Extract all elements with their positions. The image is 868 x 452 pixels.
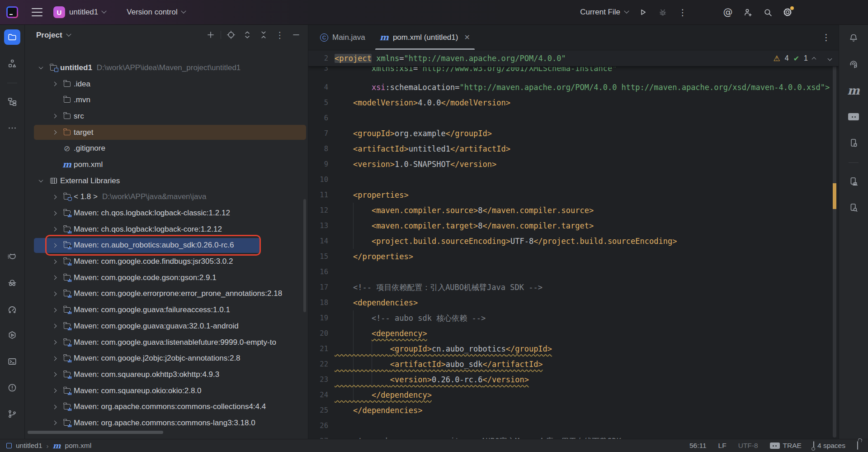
expand-all-icon[interactable]	[241, 29, 254, 41]
code-line[interactable]: 11 <properties>	[308, 187, 839, 203]
tree-item[interactable]: Maven: com.squareup.okhttp3:okhttp:4.9.3	[25, 366, 308, 383]
chevron-right-icon[interactable]	[48, 114, 60, 118]
code-line[interactable]: 26	[308, 418, 839, 433]
tree-item[interactable]: Maven: com.squareup.okio:okio:2.8.0	[25, 383, 308, 399]
tree-item[interactable]: Maven: com.google.guava:failureaccess:1.…	[25, 302, 308, 318]
tree-item[interactable]: .idea	[25, 76, 308, 92]
chevron-down-icon[interactable]	[35, 66, 47, 69]
debug-icon[interactable]	[653, 4, 673, 21]
chevron-right-icon[interactable]	[48, 309, 60, 312]
chevron-right-icon[interactable]	[48, 292, 60, 295]
tree-item[interactable]: Maven: com.google.guava:guava:32.0.1-and…	[25, 318, 308, 334]
tree-item[interactable]: Maven: org.apache.commons:commons-lang3:…	[25, 415, 308, 431]
editor-scrollbar[interactable]	[833, 51, 836, 438]
tree-item[interactable]: Maven: com.google.code.gson:gson:2.9.1	[25, 270, 308, 286]
notifications-bell-icon[interactable]	[845, 30, 862, 46]
project-folder-icon[interactable]	[4, 29, 20, 45]
status-caret-position[interactable]: 56:11	[689, 442, 707, 450]
problems-icon[interactable]	[4, 380, 20, 395]
chevron-right-icon[interactable]	[48, 195, 60, 199]
breadcrumb-project[interactable]: untitled1	[16, 442, 42, 450]
ai-assistant-icon[interactable]: @	[718, 4, 738, 21]
code-line[interactable]: 12 <maven.compiler.source>8</maven.compi…	[308, 203, 839, 218]
more-vertical-icon[interactable]: ⋮	[274, 29, 286, 41]
ai-cat-icon[interactable]	[4, 249, 20, 264]
structure-icon[interactable]	[4, 94, 20, 109]
code-line[interactable]: 9 <version>1.0-SNAPSHOT</version>	[308, 157, 839, 172]
status-encoding[interactable]: UTF-8	[738, 442, 758, 450]
status-lock[interactable]	[857, 442, 858, 450]
profiler-icon[interactable]	[4, 301, 20, 317]
chevron-right-icon[interactable]	[48, 405, 60, 409]
run-button[interactable]	[633, 4, 653, 21]
tree-item[interactable]: < 1.8 >D:\work\APP\java&maven\java	[25, 189, 308, 205]
vcs-widget[interactable]: Version control	[122, 5, 189, 19]
tree-item[interactable]: .mvn	[25, 92, 308, 108]
tree-item[interactable]: Maven: cn.aubo_robotics:aubo_sdk:0.26.0-…	[25, 238, 308, 254]
status-line-ending[interactable]: LF	[718, 442, 726, 450]
tree-item[interactable]: target	[25, 124, 308, 141]
tree-item[interactable]: Maven: com.google.code.findbugs:jsr305:3…	[25, 253, 308, 270]
editor-options-icon[interactable]: ⋮	[822, 32, 830, 43]
code-line[interactable]: 15 </properties>	[308, 249, 839, 264]
tree-item[interactable]: ⊘.gitignore	[25, 140, 308, 157]
close-tab-icon[interactable]: ✕	[464, 33, 470, 42]
next-problem-icon[interactable]	[828, 56, 832, 61]
device-run-icon[interactable]	[845, 174, 862, 189]
tree-item[interactable]: untitled1D:\work\APP\idea\Maven_project\…	[25, 60, 308, 76]
minimize-button[interactable]	[806, 0, 826, 25]
project-panel-title[interactable]: Project	[36, 31, 62, 40]
chevron-right-icon[interactable]	[48, 276, 60, 279]
maven-icon[interactable]: m	[845, 83, 862, 98]
code-content[interactable]: 4 xsi:schemaLocation="http://maven.apach…	[308, 80, 839, 439]
chevron-right-icon[interactable]	[48, 131, 60, 134]
code-line[interactable]: 27 <!-- aubo nexus repository：AUBO官方Mave…	[308, 433, 839, 439]
chevron-right-icon[interactable]	[48, 212, 60, 215]
more-actions-icon[interactable]: ⋮	[673, 4, 693, 21]
code-line[interactable]: 4 xsi:schemaLocation="http://maven.apach…	[308, 80, 839, 95]
trae-icon[interactable]	[845, 109, 862, 124]
add-icon[interactable]	[204, 29, 217, 41]
chevron-right-icon[interactable]	[48, 82, 60, 86]
tree-vertical-scrollbar[interactable]	[303, 199, 306, 312]
ai-chat-icon[interactable]	[845, 57, 862, 72]
tree-item[interactable]: External Libraries	[25, 173, 308, 189]
code-line[interactable]: 7 <groupId>org.example</groupId>	[308, 126, 839, 141]
code-line[interactable]: 22 <artifactId>aubo_sdk</artifactId>	[308, 357, 839, 372]
code-line[interactable]: 21 <groupId>cn.aubo_robotics</groupId>	[308, 341, 839, 357]
tree-item[interactable]: Maven: com.google.guava:listenablefuture…	[25, 334, 308, 351]
project-widget[interactable]: U untitled1	[49, 4, 110, 20]
restore-button[interactable]	[826, 0, 847, 25]
code-line[interactable]: 20 <dependency>	[308, 326, 839, 341]
chevron-right-icon[interactable]	[48, 421, 60, 424]
prev-problem-icon[interactable]	[812, 57, 816, 61]
code-line[interactable]: 23 <version>0.26.0-rc.6</version>	[308, 372, 839, 387]
tree-item[interactable]: Maven: org.apache.commons:commons-collec…	[25, 399, 308, 415]
tree-horizontal-scrollbar[interactable]	[28, 431, 163, 434]
tree-item[interactable]: Maven: com.google.errorprone:error_prone…	[25, 286, 308, 302]
chevron-right-icon[interactable]	[48, 260, 60, 263]
terminal-icon[interactable]	[4, 354, 20, 369]
status-indent-config[interactable]: 4 spaces	[813, 442, 845, 450]
code-line[interactable]: 18 <dependencies>	[308, 295, 839, 310]
chevron-right-icon[interactable]	[48, 324, 60, 328]
status-ide-badge[interactable]: TRAE	[770, 442, 802, 450]
chevron-down-icon[interactable]	[35, 179, 47, 182]
chevron-right-icon[interactable]	[48, 389, 60, 392]
git-branch-icon[interactable]	[4, 406, 20, 422]
tree-item[interactable]: Maven: com.google.j2objc:j2objc-annotati…	[25, 350, 308, 366]
close-button[interactable]	[847, 0, 868, 25]
run-config-selector[interactable]: Current File	[580, 8, 628, 17]
tree-item[interactable]: Maven: ch.qos.logback:logback-core:1.2.1…	[25, 221, 308, 238]
search-everywhere-icon[interactable]	[758, 4, 778, 21]
device-debug-icon[interactable]	[845, 135, 862, 151]
tab-pom-xml[interactable]: m pom.xml (untitled1) ✕	[373, 25, 477, 50]
chevron-right-icon[interactable]	[48, 228, 60, 231]
code-line[interactable]: 5 <modelVersion>4.0.0</modelVersion>	[308, 95, 839, 110]
chevron-right-icon[interactable]	[48, 244, 60, 247]
commit-icon[interactable]	[4, 56, 20, 71]
add-user-icon[interactable]	[738, 4, 758, 21]
hide-icon[interactable]	[290, 29, 302, 41]
code-line[interactable]: 2<project xmlns="http://maven.apache.org…	[308, 51, 769, 66]
device-search-icon[interactable]	[845, 200, 862, 215]
